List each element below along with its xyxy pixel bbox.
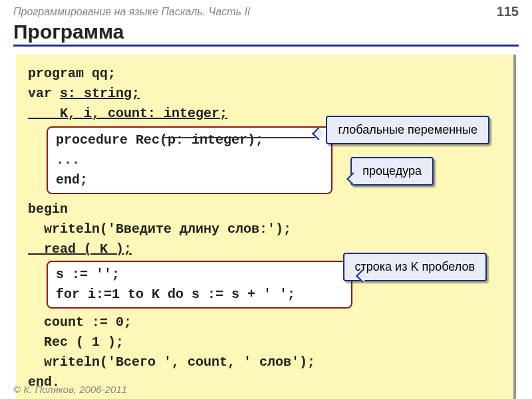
footer-copyright: © К. Поляков, 2006-2011 [13,384,127,395]
callout-global-vars: глобальные переменные [326,116,489,144]
connector-line [162,137,315,138]
header-subject: Программирование на языке Паскаль. Часть… [13,6,250,18]
code-line: for i:=1 to K do s := s + ' '; [56,285,343,305]
code-line: count := 0; [28,313,501,332]
code-line: s := ''; [56,265,343,285]
page-number: 115 [497,4,519,19]
callout-text: процедура [362,164,422,178]
code-line: program qq; [28,64,501,84]
code-line: ... [56,150,323,170]
code-line: writeln('Всего ', count, ' слов'); [28,352,501,372]
slide-title: Программа [13,21,519,47]
callout-text: строка из K пробелов [355,260,475,273]
code-line: Rec ( 1 ); [28,332,501,352]
code-line: writeln('Введите длину слов:'); [28,219,501,239]
code-line: begin [28,200,501,219]
code-line: procedure Rec(p: integer); [56,130,323,150]
string-init-box: s := ''; for i:=1 to K do s := s + ' '; [47,261,352,309]
code-block: program qq; var s: string; K, i, count: … [16,55,516,399]
slide-header: Программирование на языке Паскаль. Часть… [0,0,532,21]
callout-procedure: процедура [350,157,434,186]
code-line: var s: string; [28,84,501,104]
code-line: end; [56,170,323,190]
callout-text: глобальные переменные [338,123,477,136]
